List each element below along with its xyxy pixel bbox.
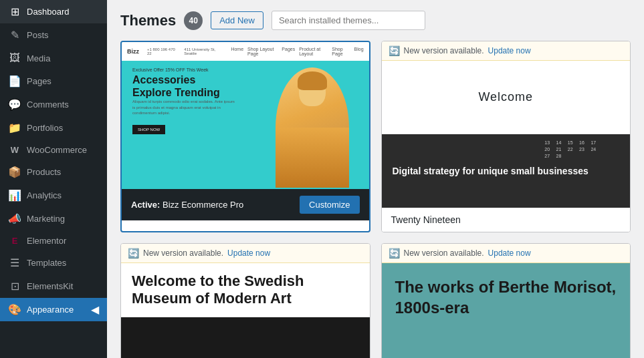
customize-button[interactable]: Customize — [300, 196, 359, 214]
portfolios-icon: 📁 — [8, 122, 21, 134]
sidebar-item-woocommerce[interactable]: W WooCommerce — [0, 140, 107, 160]
posts-icon: ✎ — [8, 29, 21, 41]
berthe-update-link[interactable]: Update now — [488, 248, 531, 258]
bizz-phone: +1 800 196 470 22 — [147, 47, 176, 55]
woocommerce-icon: W — [8, 145, 21, 155]
sidebar-label-templates: Templates — [27, 258, 66, 268]
sidebar-item-products[interactable]: 📦 Products — [0, 160, 107, 184]
bizz-nav: Bizz +1 800 196 470 22 411 University St… — [122, 42, 369, 61]
sidebar-label-portfolios: Portfolios — [27, 123, 63, 133]
bizz-theme-name: Bizz Ecommerce Pro — [163, 200, 243, 210]
theme-card-bizz: Bizz +1 800 196 470 22 411 University St… — [120, 41, 370, 232]
marketing-icon: 📣 — [8, 212, 21, 225]
sidebar-item-comments[interactable]: 💬 Comments — [0, 93, 107, 116]
swedish-image-area — [121, 317, 370, 358]
bizz-logo: Bizz — [127, 48, 139, 55]
comments-icon: 💬 — [8, 98, 21, 111]
sidebar-item-analytics[interactable]: 📊 Analytics — [0, 184, 107, 207]
theme-card-twenty-nineteen: 🔄 New version available. Update now Welc… — [381, 41, 631, 232]
tn-strategy-text: Digital strategy for unique small busine… — [393, 165, 620, 177]
update-now-link[interactable]: Update now — [488, 46, 531, 55]
bizz-model — [276, 67, 349, 188]
theme-count-badge: 40 — [184, 11, 203, 30]
media-icon: 🖼 — [8, 52, 21, 64]
search-input[interactable] — [272, 11, 425, 30]
sidebar-item-pages[interactable]: 📄 Pages — [0, 69, 107, 93]
pages-icon: 📄 — [8, 75, 21, 87]
sidebar: ⊞ Dashboard ✎ Posts 🖼 Media 📄 Pages 💬 Co… — [0, 0, 107, 358]
bizz-nav-links: Home Shop Layout Page Pages Product at L… — [231, 47, 363, 56]
elementor-icon: E — [8, 236, 21, 246]
swedish-update-icon: 🔄 — [128, 248, 139, 258]
berthe-title: The works of Berthe Morisot, 1800s-era — [395, 277, 617, 318]
swedish-update-notice: 🔄 New version available. Update now — [121, 244, 370, 263]
sidebar-label-woocommerce: WooCommerce — [27, 145, 87, 155]
elementskit-icon: ⊡ — [8, 280, 21, 293]
products-icon: 📦 — [8, 166, 21, 178]
sidebar-item-portfolios[interactable]: 📁 Portfolios — [0, 116, 107, 140]
main-content: Themes 40 Add New Bizz +1 800 196 470 22… — [107, 0, 644, 358]
themes-grid: Bizz +1 800 196 470 22 411 University St… — [120, 41, 631, 358]
berthe-screenshot: The works of Berthe Morisot, 1800s-era — [382, 263, 631, 358]
templates-icon: ☰ — [8, 256, 21, 269]
sidebar-label-elementskit: ElementsKit — [27, 281, 73, 291]
bizz-shop-btn[interactable]: SHOP NOW — [132, 125, 165, 134]
twenty-nine-screenshot: Welcome Digital strategy for unique smal… — [382, 61, 631, 208]
add-new-button[interactable]: Add New — [211, 11, 263, 29]
sidebar-item-elementskit[interactable]: ⊡ ElementsKit — [0, 275, 107, 298]
sidebar-item-templates[interactable]: ☰ Templates — [0, 251, 107, 275]
berthe-update-text: New version available. — [404, 248, 484, 258]
sidebar-item-media[interactable]: 🖼 Media — [0, 47, 107, 69]
sidebar-label-marketing: Marketing — [27, 214, 65, 224]
theme-card-swedish: 🔄 New version available. Update now Welc… — [120, 243, 370, 358]
sidebar-item-appearance[interactable]: 🎨 Appearance ◀ — [0, 298, 107, 321]
tn-welcome: Welcome — [478, 90, 533, 104]
analytics-icon: 📊 — [8, 189, 21, 202]
sidebar-item-posts[interactable]: ✎ Posts — [0, 23, 107, 47]
sidebar-label-dashboard: Dashboard — [27, 7, 70, 17]
swedish-screenshot: Welcome to the Swedish Museum of Modern … — [121, 263, 370, 358]
page-header: Themes 40 Add New — [120, 11, 631, 30]
appearance-icon: 🎨 — [8, 303, 21, 316]
sidebar-item-marketing[interactable]: 📣 Marketing — [0, 207, 107, 230]
tn-bottom: Digital strategy for unique small busine… — [382, 134, 631, 208]
bizz-address: 411 University St, Seattle — [184, 47, 223, 55]
twenty-nine-name-bar: Twenty Nineteen — [382, 208, 631, 232]
twenty-nine-update-notice: 🔄 New version available. Update now — [382, 41, 631, 61]
sidebar-item-elementor[interactable]: E Elementor — [0, 230, 107, 251]
twenty-nine-name: Twenty Nineteen — [391, 214, 461, 225]
tn-top: Welcome — [382, 61, 631, 134]
bizz-screenshot: Bizz +1 800 196 470 22 411 University St… — [122, 42, 369, 189]
sidebar-collapse-icon: ◀ — [91, 303, 99, 316]
sidebar-label-media: Media — [27, 53, 50, 63]
active-text: Active: — [131, 200, 160, 210]
update-text: New version available. — [404, 46, 484, 55]
dashboard-icon: ⊞ — [8, 5, 21, 18]
update-icon: 🔄 — [389, 45, 400, 56]
sidebar-label-pages: Pages — [27, 76, 51, 86]
swedish-update-link[interactable]: Update now — [227, 248, 270, 258]
swedish-header: Welcome to the Swedish Museum of Modern … — [121, 263, 370, 317]
theme-card-berthe: 🔄 New version available. Update now The … — [381, 243, 631, 358]
berthe-update-notice: 🔄 New version available. Update now — [382, 244, 631, 263]
bizz-active-label: Active: Bizz Ecommerce Pro — [131, 200, 243, 210]
page-title: Themes — [120, 12, 176, 29]
sidebar-label-posts: Posts — [27, 30, 49, 40]
sidebar-label-elementor: Elementor — [27, 236, 66, 246]
sidebar-label-comments: Comments — [27, 100, 69, 110]
sidebar-label-analytics: Analytics — [27, 190, 62, 200]
sidebar-label-appearance: Appearance — [27, 305, 74, 315]
berthe-update-icon: 🔄 — [389, 248, 400, 258]
sidebar-item-dashboard[interactable]: ⊞ Dashboard — [0, 0, 107, 23]
swedish-title: Welcome to the Swedish Museum of Modern … — [132, 273, 359, 308]
sidebar-label-products: Products — [27, 167, 61, 177]
swedish-update-text: New version available. — [143, 248, 223, 258]
bizz-theme-footer: Active: Bizz Ecommerce Pro Customize — [122, 189, 369, 220]
tn-calendar: 13 14 15 16 17 20 21 22 23 24 — [542, 140, 622, 159]
